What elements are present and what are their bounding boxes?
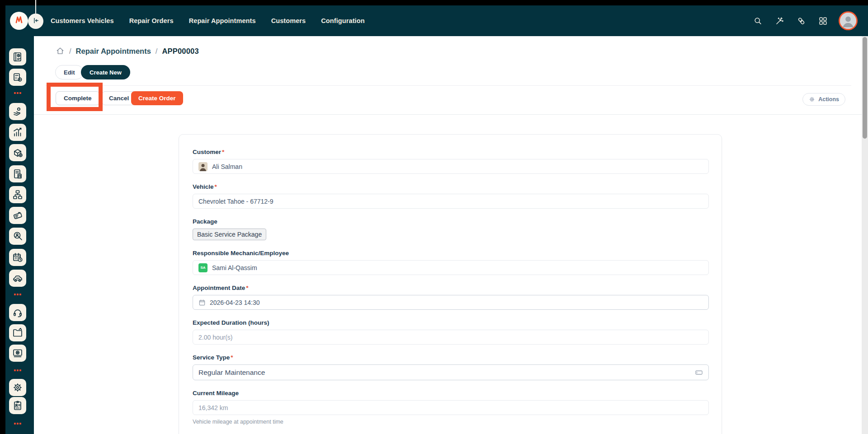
- sidebar-app-folder-document-icon[interactable]: [9, 324, 26, 341]
- search-icon[interactable]: [753, 16, 763, 26]
- sidebar-app-calculator-coin-icon[interactable]: [9, 69, 26, 86]
- car-icon: [12, 273, 23, 284]
- planner-book-icon: [12, 51, 23, 62]
- collapse-indicator-line: [35, 0, 36, 14]
- scrollbar-thumb[interactable]: [863, 37, 867, 139]
- actions-button-label: Actions: [818, 96, 839, 103]
- field-group-service-type: Service Type* Regular Maintenance: [193, 354, 709, 380]
- sidebar-section-divider: [9, 369, 26, 371]
- sidebar-app-car-icon[interactable]: [9, 270, 26, 287]
- apps-grid-icon[interactable]: [818, 16, 828, 26]
- calculator-coin-icon: [12, 72, 23, 83]
- customer-label: Customer*: [193, 149, 709, 155]
- sidebar-section-divider: [9, 423, 26, 425]
- sidebar-app-clipboard-calculator-icon[interactable]: [9, 165, 26, 182]
- mileage-label: Current Mileage: [193, 390, 709, 397]
- sidebar-app-org-chart-icon[interactable]: [9, 186, 26, 203]
- vehicle-value: Chevrolet Tahoe - 67712-9: [198, 198, 274, 205]
- sidebar-app-screen-presentation-icon[interactable]: [9, 345, 26, 362]
- headset-icon: [12, 307, 23, 318]
- breadcrumb-section[interactable]: Repair Appointments: [76, 47, 151, 56]
- mileage-field[interactable]: 16,342 km: [193, 400, 709, 415]
- required-mark: *: [231, 354, 233, 361]
- mileage-value: 16,342 km: [198, 404, 228, 411]
- vehicle-label: Vehicle*: [193, 183, 709, 190]
- settings-gear-icon: [12, 382, 23, 393]
- required-mark: *: [215, 183, 217, 190]
- required-mark: *: [246, 285, 248, 291]
- sidebar-app-headset-icon[interactable]: [9, 304, 26, 321]
- app-logo[interactable]: [10, 12, 28, 30]
- nav-item-customers[interactable]: Customers: [271, 17, 306, 24]
- hand-coin-icon: [12, 106, 23, 117]
- user-avatar[interactable]: [840, 13, 856, 29]
- top-menu: Customers VehiclesRepair OrdersRepair Ap…: [51, 17, 365, 24]
- service-type-label: Service Type*: [193, 354, 709, 361]
- nav-item-repair-appointments[interactable]: Repair Appointments: [189, 17, 256, 24]
- customer-avatar: [198, 162, 208, 171]
- nav-item-repair-orders[interactable]: Repair Orders: [129, 17, 174, 24]
- edit-button[interactable]: Edit: [55, 65, 84, 79]
- sidebar-app-hand-coin-icon[interactable]: [9, 103, 26, 120]
- breadcrumb-separator: /: [69, 47, 71, 56]
- sidebar-app-settings-gear-icon[interactable]: [9, 379, 26, 396]
- service-type-value: Regular Maintenance: [198, 369, 265, 377]
- screen-presentation-icon: [12, 348, 23, 359]
- id-card-icon: [12, 400, 23, 411]
- appointment-form-card: Customer* Ali Salman Vehicle* Chevrolet …: [179, 134, 722, 434]
- vertical-scrollbar[interactable]: [862, 36, 868, 434]
- breadcrumb-current-record: APP00003: [162, 47, 198, 56]
- sidebar-app-growth-chart-icon[interactable]: [9, 124, 26, 141]
- service-type-field[interactable]: Regular Maintenance: [193, 364, 709, 380]
- sidebar-app-planner-book-icon[interactable]: [9, 48, 26, 65]
- mechanic-avatar: SA: [198, 263, 208, 272]
- logo-mark-icon: [13, 14, 25, 28]
- actions-button[interactable]: Actions: [802, 93, 845, 106]
- field-group-duration: Expected Duration (hours) 2.00 hour(s): [193, 319, 709, 345]
- growth-chart-icon: [12, 127, 23, 138]
- customer-field[interactable]: Ali Salman: [193, 159, 709, 174]
- field-group-mileage: Current Mileage 16,342 km Vehicle mileag…: [193, 390, 709, 425]
- gear-icon: [809, 96, 815, 103]
- mechanic-field[interactable]: SA Sami Al-Qassim: [193, 260, 709, 275]
- create-order-button[interactable]: Create Order: [131, 91, 183, 105]
- field-group-mechanic: Responsible Mechanic/Employee SA Sami Al…: [193, 250, 709, 275]
- sidebar-app-id-card-icon[interactable]: [9, 397, 26, 414]
- nav-item-customers-vehicles[interactable]: Customers Vehicles: [51, 17, 114, 24]
- person-search-icon: [12, 231, 23, 242]
- package-tag[interactable]: Basic Service Package: [193, 229, 266, 240]
- mileage-help-text: Vehicle mileage at appointment time: [193, 419, 709, 425]
- package-label: Package: [193, 218, 709, 225]
- appointment-date-label: Appointment Date*: [193, 285, 709, 291]
- sidebar-app-card-terminal-icon[interactable]: [9, 207, 26, 224]
- clipboard-calculator-icon: [12, 168, 23, 179]
- sidebar-collapse-button[interactable]: [28, 14, 43, 29]
- sidebar-section-divider: [9, 92, 26, 94]
- org-chart-icon: [12, 189, 23, 200]
- package-plus-icon: [12, 147, 23, 158]
- duration-field[interactable]: 2.00 hour(s): [193, 330, 709, 345]
- vehicle-field[interactable]: Chevrolet Tahoe - 67712-9: [193, 194, 709, 209]
- sidebar-app-person-search-icon[interactable]: [9, 228, 26, 245]
- header-divider: [45, 85, 851, 86]
- appointment-date-field[interactable]: 2026-04-23 14:30: [193, 295, 709, 310]
- home-icon[interactable]: [56, 47, 65, 56]
- topbar-actions: [753, 5, 856, 36]
- required-mark: *: [222, 149, 224, 155]
- magic-wand-icon[interactable]: [775, 16, 784, 26]
- calendar-icon: [198, 299, 206, 306]
- field-group-customer: Customer* Ali Salman: [193, 149, 709, 174]
- sidebar-app-calendar-clock-icon[interactable]: [9, 249, 26, 266]
- select-field-icon: [695, 369, 703, 377]
- main-content: / Repair Appointments / APP00003 Edit Cr…: [34, 36, 862, 434]
- nav-item-configuration[interactable]: Configuration: [321, 17, 364, 24]
- duration-label: Expected Duration (hours): [193, 319, 709, 326]
- sidebar-app-package-plus-icon[interactable]: [9, 144, 26, 161]
- complete-button[interactable]: Complete: [56, 91, 100, 105]
- attachment-link-icon[interactable]: [797, 16, 806, 26]
- create-new-button[interactable]: Create New: [81, 65, 130, 79]
- field-group-vehicle: Vehicle* Chevrolet Tahoe - 67712-9: [193, 183, 709, 209]
- customer-value: Ali Salman: [212, 163, 242, 170]
- mechanic-label: Responsible Mechanic/Employee: [193, 250, 709, 257]
- folder-document-icon: [12, 327, 23, 338]
